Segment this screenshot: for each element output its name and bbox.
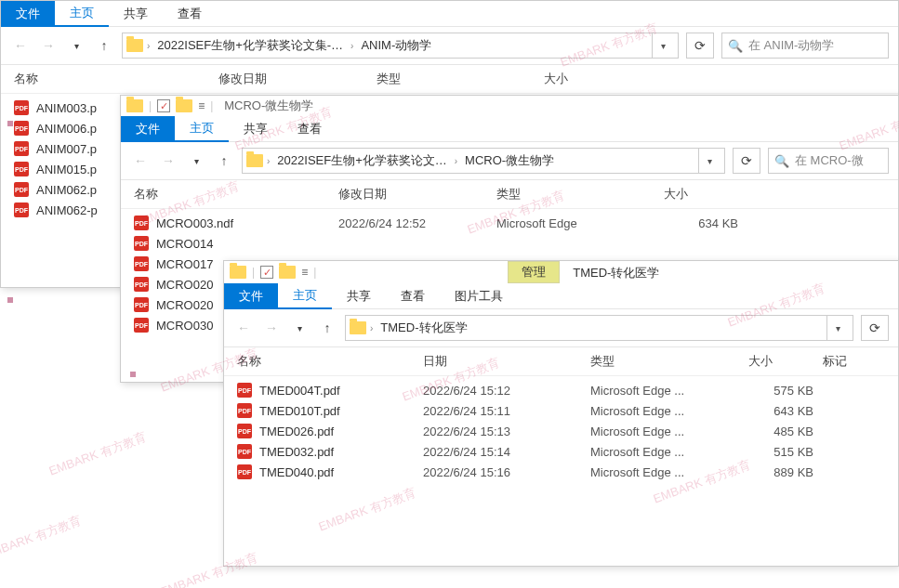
checkbox-icon[interactable]: ✓ [157,99,170,112]
recent-dropdown[interactable]: ▾ [289,318,310,338]
back-button[interactable]: ← [233,318,254,338]
col-type[interactable]: 类型 [377,71,544,87]
window-title: MCRO-微生物学 [218,98,319,114]
crumb-1[interactable]: 2022ISEF生物+化学获奖论文集-… [153,37,347,54]
up-button[interactable]: ↑ [94,35,114,56]
file-date: 2022/6/24 12:52 [338,216,496,230]
col-date[interactable]: 日期 [423,353,590,370]
column-headers: 名称 修改日期 类型 大小 [121,180,898,209]
qat-overflow[interactable]: ≡ [198,99,205,112]
search-input[interactable]: 🔍 在 MCRO-微 [768,148,889,174]
file-name: TMED004T.pdf [259,384,423,398]
breadcrumb-dropdown[interactable]: ▾ [698,149,721,173]
tab-home[interactable]: 主页 [278,283,332,309]
contextual-tab-manage[interactable]: 管理 [509,262,559,282]
list-item[interactable]: TMED026.pdf 2022/6/24 15:13 Microsoft Ed… [224,421,898,441]
pdf-icon [14,121,29,136]
file-type: Microsoft Edge ... [590,445,748,459]
col-size[interactable]: 大小 [748,353,823,370]
tab-file[interactable]: 文件 [1,1,55,27]
tab-home[interactable]: 主页 [55,1,109,27]
folder-icon [350,321,366,334]
breadcrumb[interactable]: › TMED-转化医学 ▾ [345,315,853,341]
checkbox-icon[interactable]: ✓ [260,266,273,279]
file-date: 2022/6/24 15:13 [423,425,590,438]
folder-icon [176,99,192,112]
breadcrumb-dropdown[interactable]: ▾ [652,33,674,58]
forward-button[interactable]: → [261,318,282,338]
refresh-button[interactable]: ⟳ [733,148,760,174]
pdf-icon [14,100,29,115]
list-item[interactable]: MCRO003.ndf 2022/6/24 12:52 Microsoft Ed… [121,213,898,233]
col-mod-date[interactable]: 修改日期 [338,186,496,203]
col-name[interactable]: 名称 [134,186,338,203]
file-name: MCRO014 [156,237,338,251]
refresh-button[interactable]: ⟳ [861,315,889,341]
col-size[interactable]: 大小 [544,71,628,87]
breadcrumb[interactable]: › 2022ISEF生物+化学获奖论文… › MCRO-微生物学 ▾ [242,148,725,174]
col-size[interactable]: 大小 [664,186,747,203]
folder-icon [230,266,246,279]
breadcrumb[interactable]: › 2022ISEF生物+化学获奖论文集-… › ANIM-动物学 ▾ [122,33,679,59]
pdf-icon [237,403,252,418]
tab-file[interactable]: 文件 [121,116,175,142]
col-type[interactable]: 类型 [496,186,664,203]
file-date: 2022/6/24 15:14 [423,445,590,459]
pdf-icon [237,444,252,459]
quick-access-toolbar: | ✓ ≡ | [224,261,322,283]
crumb-1[interactable]: 2022ISEF生物+化学获奖论文… [273,152,450,169]
chevron-right-icon: › [368,323,375,333]
folder-icon [126,39,143,52]
recent-dropdown[interactable]: ▾ [66,35,86,56]
title-bar: | ✓ ≡ | 管理 TMED-转化医学 [224,261,898,283]
watermark: EMBARK 有方教育 [46,429,149,480]
tab-view[interactable]: 查看 [163,1,217,27]
col-type[interactable]: 类型 [590,353,748,370]
tab-share[interactable]: 共享 [332,283,386,309]
back-button[interactable]: ← [10,35,31,56]
file-type: Microsoft Edge ... [590,384,748,398]
col-name[interactable]: 名称 [14,71,218,87]
tab-share[interactable]: 共享 [109,1,163,27]
up-button[interactable]: ↑ [317,318,337,338]
col-tag[interactable]: 标记 [823,353,879,370]
recent-dropdown[interactable]: ▾ [186,150,206,171]
pdf-icon [134,236,149,251]
file-size: 575 KB [748,384,823,398]
file-name: TMED040.pdf [259,465,423,479]
list-item[interactable]: TMED004T.pdf 2022/6/24 15:12 Microsoft E… [224,380,898,400]
col-name[interactable]: 名称 [237,353,423,370]
forward-button[interactable]: → [158,150,178,171]
file-date: 2022/6/24 15:11 [423,404,590,418]
search-input[interactable]: 🔍 在 ANIM-动物学 [721,33,889,59]
list-item[interactable]: MCRO014 [121,233,898,254]
list-item[interactable]: TMED040.pdf 2022/6/24 15:16 Microsoft Ed… [224,462,898,482]
pdf-icon [14,162,29,176]
tab-file[interactable]: 文件 [224,283,278,309]
column-headers: 名称 日期 类型 大小 标记 [224,347,898,376]
col-mod-date[interactable]: 修改日期 [218,71,377,87]
folder-icon [126,99,143,112]
list-item[interactable]: TMED032.pdf 2022/6/24 15:14 Microsoft Ed… [224,441,898,462]
back-button[interactable]: ← [130,150,151,171]
list-item[interactable]: TMED010T.pdf 2022/6/24 15:11 Microsoft E… [224,400,898,421]
separator: | [313,266,316,279]
up-button[interactable]: ↑ [214,150,234,171]
pdf-icon [237,424,252,438]
qat-overflow[interactable]: ≡ [301,266,308,279]
tab-home[interactable]: 主页 [175,116,229,142]
tab-view[interactable]: 查看 [283,116,337,142]
file-type: Microsoft Edge [496,216,664,230]
tab-view[interactable]: 查看 [386,283,440,309]
tab-share[interactable]: 共享 [229,116,283,142]
address-bar: ← → ▾ ↑ › 2022ISEF生物+化学获奖论文集-… › ANIM-动物… [1,27,898,65]
refresh-button[interactable]: ⟳ [686,33,714,59]
file-name: TMED026.pdf [259,425,423,438]
forward-button[interactable]: → [38,35,59,56]
tab-picture-tools[interactable]: 图片工具 [440,283,518,309]
breadcrumb-dropdown[interactable]: ▾ [826,316,849,340]
crumb-1[interactable]: TMED-转化医学 [377,320,470,336]
crumb-2[interactable]: ANIM-动物学 [357,37,435,54]
pdf-icon [134,297,149,312]
crumb-2[interactable]: MCRO-微生物学 [461,152,558,169]
